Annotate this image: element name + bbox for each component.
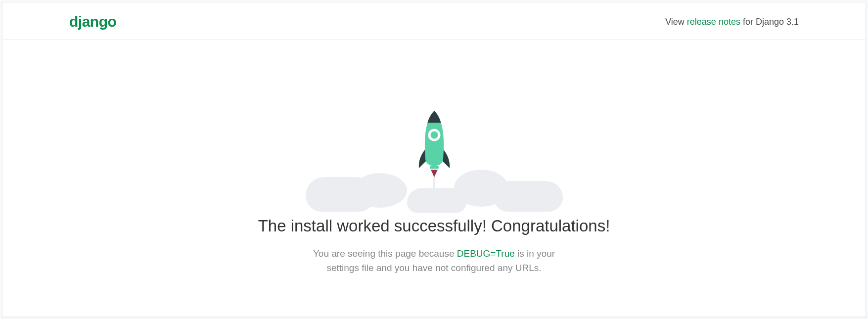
- success-headline: The install worked successfully! Congrat…: [2, 217, 866, 235]
- svg-point-1: [429, 130, 439, 140]
- page-wrapper: django View release notes for Django 3.1: [2, 2, 866, 317]
- smoke-cloud: [494, 181, 563, 212]
- svg-rect-2: [430, 166, 439, 169]
- release-notes-link[interactable]: release notes: [687, 17, 740, 27]
- django-logo: django: [69, 13, 116, 30]
- smoke-cloud: [353, 173, 407, 208]
- subtext-before: You are seeing this page because: [313, 248, 457, 259]
- rocket-illustration: [306, 104, 563, 208]
- rocket-icon: [412, 104, 457, 208]
- release-notes-text: View release notes for Django 3.1: [665, 17, 799, 27]
- debug-explanation: You are seeing this page because DEBUG=T…: [306, 246, 563, 275]
- version-suffix: for Django 3.1: [740, 17, 799, 27]
- view-prefix: View: [665, 17, 687, 27]
- debug-flag: DEBUG=True: [457, 248, 515, 259]
- main-content: The install worked successfully! Congrat…: [2, 40, 866, 275]
- header: django View release notes for Django 3.1: [2, 2, 866, 40]
